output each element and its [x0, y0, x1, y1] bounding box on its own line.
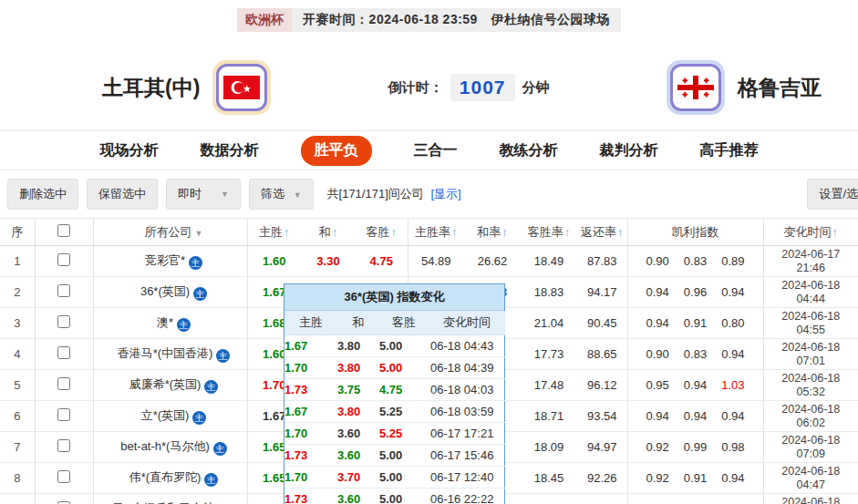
live-dropdown[interactable]: 即时 ▼: [166, 179, 241, 210]
popup-draw-odds: 3.80: [337, 356, 379, 378]
keep-selected-button[interactable]: 保留选中: [87, 179, 158, 210]
select-all-checkbox[interactable]: [57, 224, 70, 237]
settings-select-button[interactable]: 设置/选择: [807, 179, 858, 210]
tab-live-analysis[interactable]: 现场分析: [100, 141, 159, 160]
company-cell[interactable]: 伟*(直布罗陀)主: [93, 463, 247, 494]
kelly-away: 1.03: [721, 378, 744, 392]
popup-away-odds: 5.00: [379, 444, 429, 466]
col-return-rate[interactable]: 返还率↑: [577, 219, 627, 246]
table-header-row: 序 所有公司▼ 主胜↑ 和↑ 客胜↑ 主胜率↑ 和率↑ 客胜率↑ 返还率↑ 凯利…: [0, 219, 858, 246]
away-rate: 21.04: [521, 308, 577, 339]
company-cell[interactable]: 易*(安提瓜和巴布达)主: [93, 494, 247, 504]
row-checkbox[interactable]: [57, 253, 70, 266]
col-away-odds[interactable]: 客胜↑: [356, 219, 408, 246]
col-home-rate-label: 主胜率: [415, 225, 450, 239]
change-clock: 04:47: [764, 478, 858, 492]
return-rate: 94.17: [577, 277, 627, 308]
col-draw-rate-label: 和率: [477, 225, 501, 239]
col-return-rate-label: 返还率: [581, 225, 616, 239]
col-seq: 序: [0, 219, 35, 246]
draw-odds: 3.30: [301, 246, 356, 277]
kelly-draw: 0.96: [684, 285, 707, 299]
popup-change-time: 06-17 12:40: [429, 466, 505, 488]
row-seq: 6: [0, 401, 35, 432]
col-draw-rate[interactable]: 和率↑: [464, 219, 521, 246]
analysis-tabs: 现场分析 数据分析 胜平负 三合一 教练分析 裁判分析 高手推荐: [0, 130, 858, 170]
row-checkbox[interactable]: [57, 470, 70, 483]
col-change-time[interactable]: 变化时间↑: [763, 219, 858, 246]
delete-selected-button[interactable]: 删除选中: [7, 179, 78, 210]
row-checkbox[interactable]: [57, 284, 70, 297]
draw-rate: 26.62: [464, 246, 521, 277]
kelly-home: 0.90: [646, 347, 669, 361]
sort-asc-icon: ↑: [564, 225, 571, 239]
change-time: 2024-06-1805:32: [763, 370, 858, 401]
show-link[interactable]: [显示]: [430, 187, 460, 201]
row-checkbox-cell: [35, 308, 93, 339]
col-home-odds[interactable]: 主胜↑: [247, 219, 301, 246]
company-cell[interactable]: 澳*主: [93, 308, 247, 339]
odds-comparison-page: 欧洲杯 开赛时间：2024-06-18 23:59 伊杜纳信号公园球场 土耳其(…: [0, 0, 858, 504]
filter-dropdown[interactable]: 筛选 ▼: [249, 179, 314, 210]
company-cell[interactable]: 香港马*(中国香港)主: [93, 339, 247, 370]
away-rate: 18.45: [521, 463, 577, 494]
col-away-rate[interactable]: 客胜率↑: [521, 219, 577, 246]
sort-asc-icon: ↑: [284, 225, 290, 239]
main-badge-icon: 主: [192, 411, 206, 425]
kelly-draw: 0.94: [684, 409, 707, 423]
match-meta-bar: 欧洲杯 开赛时间：2024-06-18 23:59 伊杜纳信号公园球场: [0, 0, 858, 32]
row-checkbox[interactable]: [57, 377, 70, 390]
sort-asc-icon: ↑: [832, 225, 839, 239]
company-cell[interactable]: 竞彩官*主: [93, 246, 247, 277]
kelly-draw: 0.83: [684, 254, 707, 268]
row-checkbox[interactable]: [57, 408, 70, 421]
popup-away-odds: 4.75: [379, 378, 429, 400]
company-count-value: 共[171/171]间公司: [327, 187, 424, 201]
tab-referee-analysis[interactable]: 裁判分析: [600, 141, 658, 160]
tab-expert-recommend[interactable]: 高手推荐: [700, 141, 759, 160]
row-checkbox[interactable]: [57, 346, 70, 359]
col-draw-odds[interactable]: 和↑: [301, 219, 356, 246]
company-cell[interactable]: 威廉希*(英国)主: [93, 370, 247, 401]
popup-home-odds: 1.73: [284, 488, 337, 504]
away-team: 格鲁吉亚: [667, 60, 822, 115]
kelly-draw: 0.83: [684, 347, 707, 361]
tab-coach-analysis[interactable]: 教练分析: [500, 141, 558, 160]
kelly-home: 0.90: [646, 254, 669, 268]
sort-asc-icon: ↑: [391, 225, 398, 239]
row-checkbox[interactable]: [57, 439, 70, 452]
company-cell[interactable]: 立*(英国)主: [93, 401, 247, 432]
col-company[interactable]: 所有公司▼: [93, 219, 247, 246]
teams-row: 土耳其(中) 倒计时： 1007 分钟: [0, 32, 858, 130]
countdown: 倒计时： 1007 分钟: [388, 74, 550, 101]
main-badge-icon: 主: [193, 287, 207, 301]
tab-win-draw-lose[interactable]: 胜平负: [301, 136, 372, 166]
table-row: 1 竞彩官*主 1.60 3.30 4.75 54.89 26.62 18.49…: [0, 246, 858, 277]
kelly-values: 0.940.910.80: [627, 308, 763, 339]
col-away-label: 客胜: [367, 225, 390, 239]
row-checkbox-cell: [35, 339, 93, 370]
kelly-away: 0.94: [721, 471, 744, 485]
row-checkbox-cell: [35, 494, 93, 504]
col-company-label: 所有公司: [145, 225, 192, 239]
col-home-rate[interactable]: 主胜率↑: [408, 219, 464, 246]
company-cell[interactable]: 36*(英国)主: [93, 277, 247, 308]
row-seq: 4: [0, 339, 35, 370]
change-time: 2024-06-1807:09: [763, 432, 858, 463]
company-name: 36*(英国): [140, 284, 190, 298]
caret-down-icon: ▼: [195, 229, 203, 238]
kelly-away: 0.94: [721, 347, 744, 361]
kelly-values: 0.920.910.94: [627, 463, 763, 494]
row-checkbox-cell: [35, 463, 93, 494]
popup-col-home: 主胜: [284, 311, 337, 334]
company-count-text: 共[171/171]间公司 [显示]: [327, 186, 461, 202]
row-checkbox[interactable]: [57, 315, 70, 328]
col-draw-label: 和: [319, 225, 331, 239]
popup-draw-odds: 3.60: [337, 444, 379, 466]
kelly-values: 0.920.990.98: [627, 432, 763, 463]
tab-three-in-one[interactable]: 三合一: [414, 141, 458, 160]
company-cell[interactable]: bet-at-h*(马尔他)主: [93, 432, 247, 463]
home-odds: 1.60: [247, 246, 301, 277]
company-name: 竞彩官*: [145, 253, 185, 267]
tab-data-analysis[interactable]: 数据分析: [201, 141, 259, 160]
